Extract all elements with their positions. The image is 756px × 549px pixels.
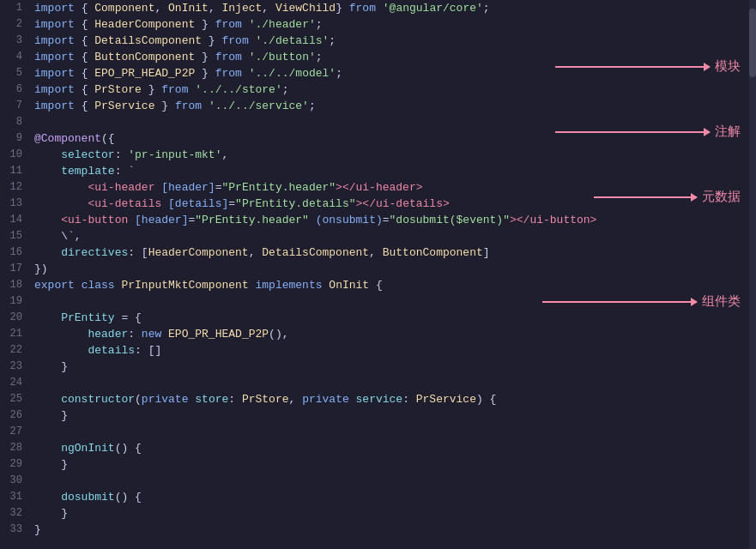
line-num-22: 22 [0,342,22,359]
line-num-21: 21 [0,326,22,342]
code-line-33: } [34,522,749,538]
annotation-arrow-decorator [555,131,710,133]
code-line-11: template: ` [34,163,749,179]
code-line-2: import { HeaderComponent } from './heade… [34,16,749,33]
code-line-32: } [34,505,749,522]
line-num-27: 27 [0,424,22,440]
line-num-10: 10 [0,147,22,163]
line-num-20: 20 [0,310,22,326]
code-line-16: directives: [HeaderComponent, DetailsCom… [34,244,749,261]
line-num-30: 30 [0,473,22,489]
line-num-18: 18 [0,277,22,293]
line-num-5: 5 [0,65,22,81]
line-num-25: 25 [0,391,22,407]
line-num-1: 1 [0,0,22,16]
annotation-label-metadata: 元数据 [702,189,741,205]
line-num-24: 24 [0,375,22,391]
code-line-21: header: new EPO_PR_HEAD_P2P(), [34,326,749,342]
line-num-23: 23 [0,359,22,375]
line-num-4: 4 [0,49,22,65]
annotation-arrow-module [555,66,710,68]
scrollbar-thumb[interactable] [749,9,756,77]
line-num-19: 19 [0,293,22,310]
annotation-metadata: 元数据 [594,189,741,205]
code-editor[interactable]: import { Component, OnInit, Inject, View… [27,0,749,549]
code-line-10: selector: 'pr-input-mkt', [34,147,749,163]
code-line-28: ngOnInit() { [34,440,749,456]
line-num-26: 26 [0,407,22,424]
line-num-11: 11 [0,163,22,179]
code-line-22: details: [] [34,342,749,359]
line-num-28: 28 [0,440,22,456]
code-line-18: export class PrInputMktComponent impleme… [34,277,749,293]
code-line-30 [34,473,749,489]
line-num-33: 33 [0,522,22,538]
code-line-26: } [34,407,749,424]
code-line-23: } [34,359,749,375]
annotation-label-module: 模块 [715,58,741,75]
code-line-20: PrEntity = { [34,310,749,326]
line-num-15: 15 [0,228,22,244]
annotation-arrow-metadata [594,196,697,198]
annotation-module: 模块 [555,58,741,75]
annotation-label-class: 组件类 [702,293,741,310]
line-num-6: 6 [0,81,22,98]
line-num-2: 2 [0,16,22,33]
line-num-12: 12 [0,179,22,196]
code-line-25: constructor(private store: PrStore, priv… [34,391,749,407]
code-line-1: import { Component, OnInit, Inject, View… [34,0,749,16]
code-line-31: dosubmit() { [34,489,749,505]
annotation-class: 组件类 [542,293,741,310]
annotation-label-decorator: 注解 [715,124,741,140]
line-num-9: 9 [0,130,22,147]
code-line-6: import { PrStore } from '../../store'; [34,81,749,98]
line-num-13: 13 [0,196,22,212]
line-num-29: 29 [0,456,22,473]
code-line-3: import { DetailsComponent } from './deta… [34,33,749,49]
line-num-3: 3 [0,33,22,49]
code-line-24 [34,375,749,391]
code-line-14: <ui-button [header]="PrEntity.header" (o… [34,212,749,228]
line-num-16: 16 [0,244,22,261]
line-num-14: 14 [0,212,22,228]
line-num-8: 8 [0,114,22,130]
code-line-7: import { PrService } from '../../service… [34,98,749,114]
line-num-17: 17 [0,261,22,277]
code-line-15: \`, [34,228,749,244]
scrollbar[interactable] [749,0,756,549]
line-numbers-panel: 1 2 3 4 5 6 7 8 9 10 11 12 13 14 15 16 1… [0,0,27,549]
line-num-32: 32 [0,505,22,522]
annotation-decorator: 注解 [555,124,741,140]
code-line-27 [34,424,749,440]
annotation-arrow-class [542,301,697,303]
code-line-29: } [34,456,749,473]
line-num-31: 31 [0,489,22,505]
line-num-7: 7 [0,98,22,114]
code-line-17: }) [34,261,749,277]
